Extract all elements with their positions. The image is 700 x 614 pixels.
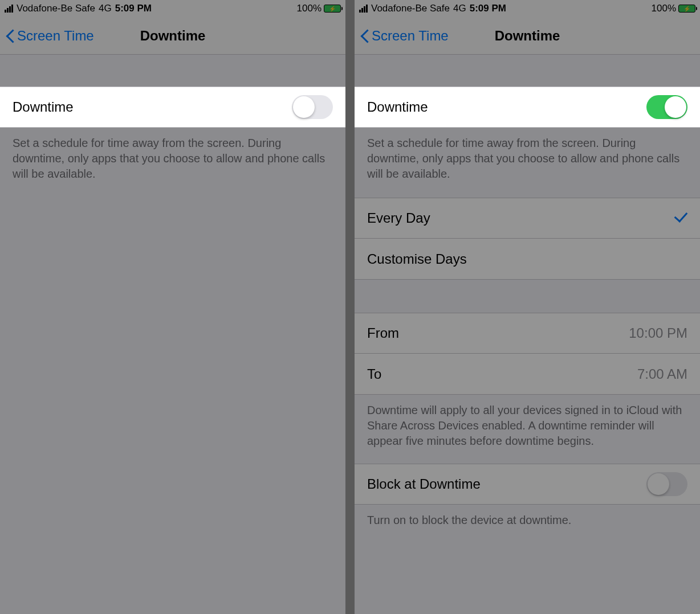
- nav-bar: Screen Time Downtime: [0, 17, 345, 55]
- back-label: Screen Time: [17, 28, 94, 44]
- downtime-toggle-label: Downtime: [367, 99, 646, 115]
- back-label: Screen Time: [372, 28, 449, 44]
- downtime-switch-on[interactable]: [646, 95, 687, 119]
- downtime-switch-off[interactable]: [292, 95, 333, 119]
- signal-icon: [359, 5, 368, 13]
- phone-left: Vodafone-Be Safe 4G 5:09 PM 100% ⚡ Scree…: [0, 0, 345, 614]
- status-bar: Vodafone-Be Safe 4G 5:09 PM 100% ⚡: [0, 0, 345, 17]
- chevron-left-icon: [6, 29, 15, 43]
- block-label: Block at Downtime: [367, 476, 646, 492]
- nav-title: Downtime: [140, 28, 206, 44]
- battery-percent: 100%: [652, 3, 676, 14]
- to-row[interactable]: To 7:00 AM: [355, 354, 700, 395]
- downtime-toggle-row[interactable]: Downtime: [0, 87, 345, 128]
- from-value: 10:00 PM: [629, 325, 687, 341]
- to-value: 7:00 AM: [637, 366, 687, 382]
- downtime-toggle-label: Downtime: [13, 99, 292, 115]
- network-label: 4G: [99, 3, 112, 14]
- back-button[interactable]: Screen Time: [355, 28, 449, 44]
- checkmark-icon: [673, 211, 687, 226]
- customise-days-row[interactable]: Customise Days: [355, 239, 700, 280]
- downtime-footer: Set a schedule for time away from the sc…: [355, 128, 700, 186]
- battery-icon: ⚡: [678, 5, 695, 13]
- every-day-row[interactable]: Every Day: [355, 198, 700, 239]
- battery-icon: ⚡: [324, 5, 341, 13]
- carrier-label: Vodafone-Be Safe: [371, 3, 450, 14]
- content-area: Downtime Set a schedule for time away fr…: [0, 55, 345, 614]
- devices-footer: Downtime will apply to all your devices …: [355, 395, 700, 453]
- nav-title: Downtime: [495, 28, 560, 44]
- network-label: 4G: [453, 3, 466, 14]
- customise-days-label: Customise Days: [367, 251, 687, 267]
- from-label: From: [367, 325, 629, 341]
- carrier-label: Vodafone-Be Safe: [17, 3, 95, 14]
- chevron-left-icon: [360, 29, 369, 43]
- phone-right: Vodafone-Be Safe 4G 5:09 PM 100% ⚡ Scree…: [355, 0, 700, 614]
- battery-percent: 100%: [297, 3, 321, 14]
- downtime-toggle-row[interactable]: Downtime: [355, 87, 700, 128]
- from-row[interactable]: From 10:00 PM: [355, 313, 700, 354]
- block-footer: Turn on to block the device at downtime.: [355, 505, 700, 533]
- status-bar: Vodafone-Be Safe 4G 5:09 PM 100% ⚡: [355, 0, 700, 17]
- every-day-label: Every Day: [367, 210, 673, 226]
- signal-icon: [5, 5, 13, 13]
- block-switch-off[interactable]: [646, 472, 687, 496]
- content-area: Downtime Set a schedule for time away fr…: [355, 55, 700, 614]
- downtime-footer: Set a schedule for time away from the sc…: [0, 128, 345, 186]
- to-label: To: [367, 366, 637, 382]
- back-button[interactable]: Screen Time: [0, 28, 94, 44]
- time-label: 5:09 PM: [115, 3, 152, 14]
- time-label: 5:09 PM: [470, 3, 506, 14]
- block-at-downtime-row[interactable]: Block at Downtime: [355, 464, 700, 505]
- nav-bar: Screen Time Downtime: [355, 17, 700, 55]
